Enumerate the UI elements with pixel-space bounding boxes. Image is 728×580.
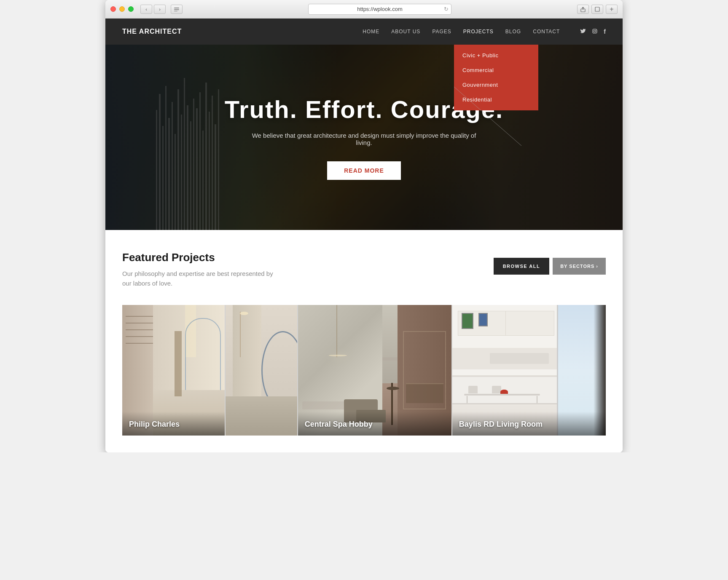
featured-description: Our philosophy and expertise are best re… [122, 269, 282, 288]
hero-cta-button[interactable]: Read More [327, 161, 401, 180]
nav-projects[interactable]: PROJECTS [463, 29, 494, 35]
svg-rect-5 [593, 29, 597, 33]
project-name-spa: Central Spa Hobby [305, 420, 373, 428]
browser-maximize-btn[interactable] [128, 6, 134, 12]
svg-point-7 [596, 29, 596, 30]
twitter-icon[interactable] [580, 28, 586, 35]
browser-minimize-btn[interactable] [119, 6, 125, 12]
project-item-spa[interactable]: Central Spa Hobby [298, 305, 451, 436]
dropdown-government[interactable]: Gouvernment [454, 78, 538, 92]
featured-actions: BROWSE ALL BY SECTORS › [494, 258, 606, 275]
browser-tabs-button[interactable] [171, 5, 183, 14]
projects-grid: Philip Charles [122, 305, 606, 436]
nav-pages[interactable]: PAGES [432, 29, 451, 35]
hero-content: Truth. Effort. Courage. We believe that … [105, 45, 623, 230]
svg-point-6 [594, 30, 596, 32]
nav-home[interactable]: HOME [363, 29, 379, 35]
project-name-baylis: Baylis RD Living Room [459, 420, 543, 428]
site-nav: HOME ABOUT US PAGES PROJECTS BLOG CONTAC… [363, 28, 606, 35]
dropdown-civic[interactable]: Civic + Public [454, 48, 538, 63]
dropdown-commercial[interactable]: Commercial [454, 63, 538, 78]
browser-fullscreen-button[interactable] [591, 5, 603, 14]
instagram-icon[interactable] [592, 28, 598, 35]
svg-rect-4 [595, 7, 599, 11]
project-overlay-spa: Central Spa Hobby [298, 412, 451, 436]
browser-newtab-button[interactable]: + [606, 5, 618, 14]
browser-forward-button[interactable]: › [154, 5, 166, 14]
browser-back-button[interactable]: ‹ [140, 5, 152, 14]
address-bar-container: https://wplook.com ↻ [186, 4, 574, 15]
nav-blog[interactable]: BLOG [505, 29, 521, 35]
featured-title: Featured Projects [122, 251, 282, 264]
featured-text: Featured Projects Our philosophy and exp… [122, 251, 282, 288]
site-header: THE ARCHITECT HOME ABOUT US PAGES PROJEC… [105, 19, 623, 45]
nav-contact[interactable]: CONTACT [533, 29, 560, 35]
svg-rect-2 [174, 11, 177, 11]
hero-section: Truth. Effort. Courage. We believe that … [105, 45, 623, 230]
project-overlay-philip: Philip Charles [122, 412, 225, 436]
address-bar[interactable]: https://wplook.com ↻ [308, 4, 451, 15]
browser-close-btn[interactable] [110, 6, 116, 12]
nav-about[interactable]: ABOUT US [391, 29, 420, 35]
project-overlay-baylis: Baylis RD Living Room [452, 412, 606, 436]
project-name-philip: Philip Charles [129, 420, 180, 428]
facebook-icon[interactable]: f [604, 28, 606, 35]
browser-actions: + [577, 5, 618, 14]
nav-social: f [580, 28, 606, 35]
refresh-icon[interactable]: ↻ [444, 6, 449, 12]
featured-header: Featured Projects Our philosophy and exp… [122, 251, 606, 288]
hero-subtitle: We believe that great architecture and d… [246, 132, 482, 146]
browser-titlebar: ‹ › https://wplook.com ↻ [105, 0, 623, 19]
browser-share-button[interactable] [577, 5, 589, 14]
browse-all-button[interactable]: BROWSE ALL [494, 258, 550, 275]
featured-section: Featured Projects Our philosophy and exp… [105, 230, 623, 452]
website-content: THE ARCHITECT HOME ABOUT US PAGES PROJEC… [105, 19, 623, 452]
projects-dropdown: Civic + Public Commercial Gouvernment Re… [454, 45, 538, 110]
site-logo: THE ARCHITECT [122, 28, 182, 35]
project-item-baylis[interactable]: Baylis RD Living Room [452, 305, 606, 436]
browser-window: ‹ › https://wplook.com ↻ [105, 0, 623, 452]
project-item-philip-right[interactable] [226, 305, 297, 436]
browser-navigation: ‹ › [140, 5, 166, 14]
svg-rect-0 [174, 8, 179, 8]
by-sectors-button[interactable]: BY SECTORS › [553, 258, 606, 275]
dropdown-residential[interactable]: Residential [454, 92, 538, 107]
project-item-philip-left[interactable]: Philip Charles [122, 305, 225, 436]
svg-rect-1 [174, 9, 179, 10]
